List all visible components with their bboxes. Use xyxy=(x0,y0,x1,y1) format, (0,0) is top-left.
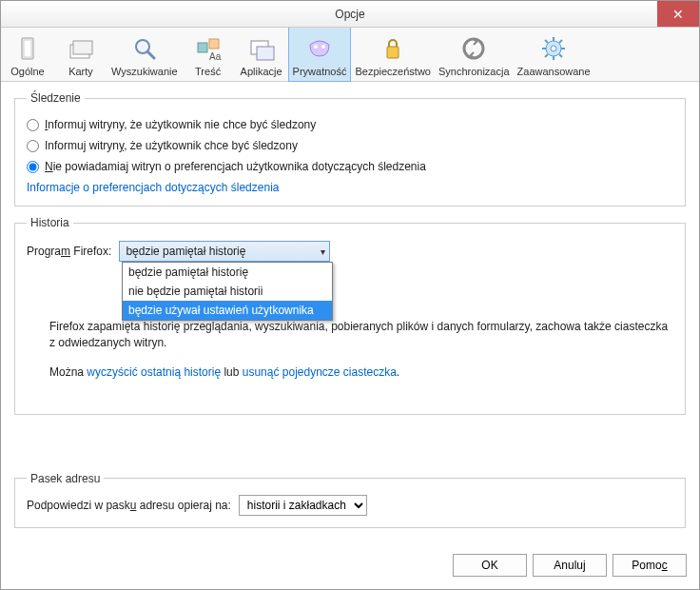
combo-selected-text: będzie pamiętał historię xyxy=(126,245,245,258)
dropdown-item-remember[interactable]: będzie pamiętał historię xyxy=(123,263,332,282)
tracking-legend: Śledzenie xyxy=(27,91,85,105)
radio-label: Informuj witryny, że użytkownik nie chce… xyxy=(45,118,316,131)
svg-point-16 xyxy=(551,46,556,51)
svg-line-21 xyxy=(545,40,548,43)
svg-line-5 xyxy=(147,51,154,58)
search-icon xyxy=(129,33,160,64)
svg-rect-6 xyxy=(198,43,207,52)
close-button[interactable]: ✕ xyxy=(657,1,699,27)
clear-history-link[interactable]: wyczyścić ostatnią historię xyxy=(87,365,221,379)
svg-rect-7 xyxy=(209,39,219,49)
tab-general[interactable]: Ogólne xyxy=(1,28,54,81)
tab-label: Ogólne xyxy=(10,66,44,77)
tab-label: Bezpieczeństwo xyxy=(355,66,431,77)
tab-label: Karty xyxy=(68,66,93,77)
cancel-button[interactable]: Anuluj xyxy=(533,554,607,577)
history-legend: Historia xyxy=(27,216,73,229)
radio-allowtrack[interactable] xyxy=(27,140,39,152)
window-title: Opcje xyxy=(335,8,364,21)
svg-point-11 xyxy=(314,45,318,49)
gear-icon xyxy=(538,33,569,64)
history-mode-dropdown: będzie pamiętał historię nie będzie pami… xyxy=(122,262,333,321)
tracking-opt-nopreference[interactable]: Nie powiadamiaj witryn o preferencjach u… xyxy=(27,160,673,173)
tab-label: Zaawansowane xyxy=(517,66,591,77)
svg-rect-10 xyxy=(257,47,274,60)
tab-search[interactable]: Wyszukiwanie xyxy=(107,28,182,81)
general-icon xyxy=(12,33,43,64)
chevron-down-icon: ▾ xyxy=(321,246,325,257)
titlebar: Opcje ✕ xyxy=(1,1,699,28)
content-area: Śledzenie Informuj witryny, że użytkowni… xyxy=(1,82,699,545)
history-mode-combobox[interactable]: będzie pamiętał historię ▾ xyxy=(119,241,330,262)
tab-privacy[interactable]: Prywatność xyxy=(288,27,352,82)
tab-label: Synchronizacja xyxy=(438,66,510,77)
dropdown-item-never[interactable]: nie będzie pamiętał historii xyxy=(123,282,332,301)
tab-label: Treść xyxy=(195,66,221,77)
tab-tabs[interactable]: Karty xyxy=(54,28,107,81)
addressbar-fieldset: Pasek adresu Podpowiedzi w pasku adresu … xyxy=(14,472,686,528)
dropdown-item-custom[interactable]: będzie używał ustawień użytkownika xyxy=(123,301,332,320)
tab-content[interactable]: Aa Treść xyxy=(182,28,235,81)
history-description: Firefox zapamięta historię przeglądania,… xyxy=(49,319,673,352)
history-fieldset: Historia Program Firefox: będzie pamięta… xyxy=(14,216,686,415)
remove-cookies-link[interactable]: usunąć pojedyncze ciasteczka xyxy=(243,365,397,379)
help-button[interactable]: Pomoc xyxy=(612,554,687,577)
tracking-opt-donottrack[interactable]: Informuj witryny, że użytkownik nie chce… xyxy=(27,118,673,131)
lock-icon xyxy=(378,33,408,64)
options-toolbar: Ogólne Karty Wyszukiwanie Aa Treść Aplik… xyxy=(1,28,699,82)
apps-icon xyxy=(246,33,277,64)
svg-rect-3 xyxy=(73,41,92,54)
svg-line-23 xyxy=(545,54,548,57)
tab-label: Wyszukiwanie xyxy=(111,66,178,77)
svg-line-22 xyxy=(559,54,562,57)
history-links: Można wyczyścić ostatnią historię lub us… xyxy=(49,365,673,379)
history-program-label: Program Firefox: xyxy=(27,245,111,258)
tracking-opt-allowtrack[interactable]: Informuj witryny, że użytkownik chce być… xyxy=(27,139,673,152)
addressbar-label: Podpowiedzi w pasku adresu opieraj na: xyxy=(27,499,231,512)
tracking-fieldset: Śledzenie Informuj witryny, że użytkowni… xyxy=(14,91,686,206)
tabs-icon xyxy=(66,33,96,64)
tab-label: Aplikacje xyxy=(241,66,282,77)
radio-nopreference[interactable] xyxy=(27,161,39,173)
svg-rect-13 xyxy=(387,47,399,58)
radio-label: Nie powiadamiaj witryn o preferencjach u… xyxy=(45,160,426,173)
ok-button[interactable]: OK xyxy=(453,554,527,577)
svg-point-14 xyxy=(464,39,483,58)
addressbar-legend: Pasek adresu xyxy=(27,472,104,485)
svg-line-24 xyxy=(559,40,562,43)
radio-label: Informuj witryny, że użytkownik chce być… xyxy=(45,139,298,152)
svg-rect-1 xyxy=(24,40,31,57)
radio-donottrack[interactable] xyxy=(27,119,39,131)
tab-security[interactable]: Bezpieczeństwo xyxy=(351,28,435,81)
tab-sync[interactable]: Synchronizacja xyxy=(435,28,514,81)
sync-icon xyxy=(458,33,489,64)
content-icon: Aa xyxy=(193,33,224,64)
svg-point-12 xyxy=(321,45,325,49)
tab-label: Prywatność xyxy=(293,66,347,77)
tracking-info-link[interactable]: Informacje o preferencjach dotyczących ś… xyxy=(27,181,279,194)
tab-applications[interactable]: Aplikacje xyxy=(235,28,288,81)
privacy-mask-icon xyxy=(304,33,335,64)
svg-text:Aa: Aa xyxy=(209,51,222,62)
dialog-footer: OK Anuluj Pomoc xyxy=(0,544,700,590)
tab-advanced[interactable]: Zaawansowane xyxy=(514,28,594,81)
addressbar-source-select[interactable]: historii i zakładkach xyxy=(239,495,367,516)
close-icon: ✕ xyxy=(672,7,684,22)
